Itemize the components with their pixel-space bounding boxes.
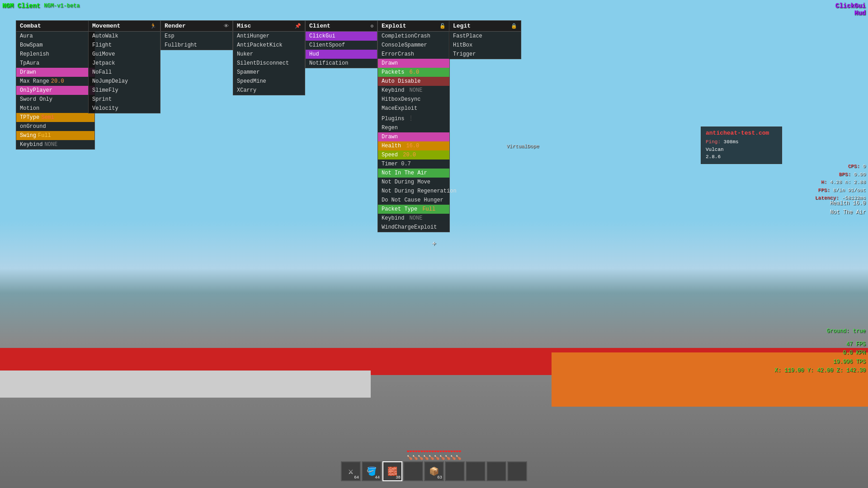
fastplace-item[interactable]: FastPlace [449,32,521,41]
render-icon: 👁 [224,23,229,29]
slot-4[interactable] [403,461,423,481]
misc-title: Misc [237,23,251,29]
windcharge-item[interactable]: WindChargeExploit [378,223,449,232]
speed-item[interactable]: Speed 20.0 [378,150,449,160]
anticheat-version: 2.8.6 [706,153,777,161]
notduringmove-item[interactable]: Not During Move [378,178,449,187]
exploit-panel-header[interactable]: Exploit 🔓 [378,21,449,32]
completioncrash-item[interactable]: CompletionCrash [378,32,449,41]
esp-item[interactable]: Esp [161,32,232,41]
slot-2[interactable]: 🪣 44 [362,461,382,481]
stats-cps: CPS: 0 [815,163,866,171]
onlyplayer-item[interactable]: OnlyPlayer [16,86,94,95]
exploit-drawn-item[interactable]: Drawn [378,59,449,68]
render-panel-header[interactable]: Render 👁 [161,21,232,32]
notification-item[interactable]: Notification [306,59,377,68]
donotcause-item[interactable]: Do Not Cause Hunger [378,196,449,205]
hotbar-container: ❤❤❤❤❤❤❤❤❤❤❤❤❤❤❤❤❤❤❤❤ 🍗🍗🍗🍗🍗🍗🍗🍗🍗🍗 ⚔ 64 🪣 4… [341,449,527,481]
exploit-panel: Exploit 🔓 CompletionCrash ConsoleSpammer… [377,20,450,232]
misc-panel-header[interactable]: Misc 📌 [233,21,305,32]
slot-8[interactable] [486,461,506,481]
swing-item[interactable]: SwingFull [16,131,94,140]
hitbox-item[interactable]: HitBox [449,41,521,50]
movement-title: Movement [92,23,120,29]
nofall-item[interactable]: NoFall [89,68,160,77]
hearts: ❤❤❤❤❤❤❤❤❤❤❤❤❤❤❤❤❤❤❤❤ [407,449,461,454]
timer-item[interactable]: Timer 0.7 [378,160,449,169]
keybind-combat-item[interactable]: KeybindNONE [16,140,94,149]
exploit-title: Exploit [382,23,406,29]
maxrange-item[interactable]: Max Range20.0 [16,77,94,86]
slot-7[interactable] [466,461,486,481]
slot-5[interactable]: 📦 63 [424,461,444,481]
notinair-item[interactable]: Not In The Air [378,169,449,178]
slot-6[interactable] [445,461,465,481]
spammer-item[interactable]: Spammer [233,68,305,77]
keybind-exploit2-item[interactable]: Keybind NONE [378,214,449,223]
render-panel: Render 👁 Esp Fullbright [160,20,233,50]
combat-panel: Combat ⚔ Aura BowSpam Replenish TpAura D… [16,20,95,150]
consolespammer-item[interactable]: ConsoleSpammer [378,41,449,50]
bowspam-item[interactable]: BowSpam [16,41,94,50]
tpaura-item[interactable]: TpAura [16,59,94,68]
trigger-item[interactable]: Trigger [449,50,521,59]
clickgui-item[interactable]: ClickGui [306,32,377,41]
slot-3[interactable]: 🧱 38 [382,461,402,481]
tptype-item[interactable]: TPTypeSemi [16,113,94,122]
fullbright-item[interactable]: Fullbright [161,41,232,50]
clientspoof-item[interactable]: ClientSpoof [306,41,377,50]
onground-item[interactable]: onGround [16,122,94,131]
hud-item[interactable]: Hud [306,50,377,59]
slot-1[interactable]: ⚔ 64 [341,461,361,481]
movement-panel-header[interactable]: Movement 🏃 [89,21,160,32]
maceexploit-item[interactable]: MaceExploit [378,104,449,113]
exploit-icon: 🔓 [439,23,446,29]
silentdisconnect-item[interactable]: SilentDisconnect [233,59,305,68]
notduringregen-item[interactable]: Not During Regeneration [378,187,449,196]
autodisable-item[interactable]: Auto Disable [378,77,449,86]
packettype-item[interactable]: Packet Type Full [378,205,449,214]
antipacketkick-item[interactable]: AntiPacketKick [233,41,305,50]
drawn-item[interactable]: Drawn [16,68,94,77]
kph-label: 0.0 KPH [774,349,866,357]
nuker-item[interactable]: Nuker [233,50,305,59]
replenish-item[interactable]: Replenish [16,50,94,59]
slot-9[interactable] [507,461,527,481]
anticheat-server: Vulcan [706,146,777,154]
speedmine-item[interactable]: SpeedMine [233,77,305,86]
health-item[interactable]: Health 16.0 [378,141,449,150]
title-bar: NGM Client NGM-v1-beta [2,2,80,9]
gui-overlay: NGM Client NGM-v1-beta ClickGui Hud Comb… [0,0,868,488]
plugins-item[interactable]: Plugins ⋮ [378,113,449,123]
nojumpdelay-item[interactable]: NoJumpDelay [89,77,160,86]
client-panel: Client ⚙ ClickGui ClientSpoof Hud Notifi… [305,20,377,68]
sprint-item[interactable]: Sprint [89,95,160,104]
keybind-exploit-item[interactable]: Keybind NONE [378,86,449,95]
fps-label: 47 FPS [774,340,866,349]
slimefly-item[interactable]: SlimeFly [89,86,160,95]
hitboxdesync-item[interactable]: HitboxDesync [378,95,449,104]
antihunger-item[interactable]: AntiHunger [233,32,305,41]
motion-item[interactable]: Motion [16,104,94,113]
client-panel-header[interactable]: Client ⚙ [306,21,377,32]
jetpack-item[interactable]: Jetpack [89,59,160,68]
regen-item[interactable]: Regen [378,123,449,132]
legit-panel-header[interactable]: Legit 🔒 [449,21,521,32]
packets-item[interactable]: Packets 6.0 [378,68,449,77]
errorcrash-item[interactable]: ErrorCrash [378,50,449,59]
hud-modules: Health 16.0 Not The Air [830,199,866,217]
hud-label: Hud [835,9,866,17]
client-icon: ⚙ [370,23,373,29]
aura-item[interactable]: Aura [16,32,94,41]
movement-panel: Movement 🏃 AutoWalk Flight GuiMove Jetpa… [88,20,160,113]
hud-notair: Not The Air [830,208,866,217]
swordonly-item[interactable]: Sword Only [16,95,94,104]
velocity-item[interactable]: Velocity [89,104,160,113]
regen-drawn-item[interactable]: Drawn [378,132,449,141]
stats-fps: FPS: 8/in 91/out [815,187,866,195]
autowalk-item[interactable]: AutoWalk [89,32,160,41]
flight-item[interactable]: Flight [89,41,160,50]
guimove-item[interactable]: GuiMove [89,50,160,59]
xcarry-item[interactable]: XCarry [233,86,305,95]
combat-panel-header[interactable]: Combat ⚔ [16,21,94,32]
